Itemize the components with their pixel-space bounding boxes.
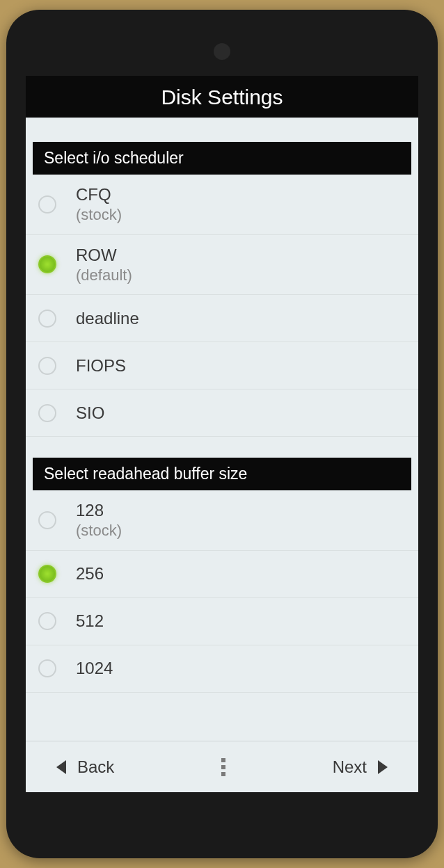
radio-icon [38,565,56,583]
option-readahead-256[interactable]: 256 [26,551,418,598]
option-label: deadline [76,308,139,329]
option-scheduler-cfq[interactable]: CFQ (stock) [26,175,418,235]
option-text: FIOPS [76,355,126,376]
option-text: CFQ (stock) [76,184,122,225]
radio-icon [38,255,56,273]
option-text: 512 [76,611,104,632]
back-label: Back [77,757,114,777]
option-scheduler-row[interactable]: ROW (default) [26,235,418,296]
screen: Disk Settings Select i/o scheduler CFQ (… [26,76,418,792]
footer-bar: Back Next [26,741,418,792]
content-scroll[interactable]: Select i/o scheduler CFQ (stock) ROW (de… [26,118,418,741]
option-scheduler-deadline[interactable]: deadline [26,295,418,342]
option-label: 512 [76,611,104,632]
option-readahead-512[interactable]: 512 [26,598,418,645]
radio-icon [38,357,56,375]
option-text: deadline [76,308,139,329]
radio-icon [38,659,56,677]
chevron-left-icon [56,760,66,774]
option-sub: (default) [76,266,132,285]
option-label: CFQ [76,184,122,205]
option-readahead-1024[interactable]: 1024 [26,645,418,693]
phone-frame: Disk Settings Select i/o scheduler CFQ (… [6,10,438,858]
page-title: Disk Settings [26,76,418,118]
option-sub: (stock) [76,521,122,540]
option-label: 128 [76,500,122,521]
chevron-right-icon [378,760,388,774]
option-scheduler-sio[interactable]: SIO [26,389,418,437]
option-text: ROW (default) [76,245,132,285]
option-text: 256 [76,563,104,584]
option-label: 1024 [76,658,113,679]
radio-icon [38,310,56,328]
next-label: Next [333,757,367,777]
next-button[interactable]: Next [333,757,388,777]
option-text: 128 (stock) [76,500,122,540]
radio-icon [38,511,56,529]
option-label: 256 [76,563,104,584]
option-text: 1024 [76,658,113,679]
radio-icon [38,195,56,214]
option-label: ROW [76,245,132,266]
back-button[interactable]: Back [56,757,114,777]
option-sub: (stock) [76,205,122,225]
option-scheduler-fiops[interactable]: FIOPS [26,342,418,389]
menu-dots-icon[interactable] [221,758,225,776]
radio-icon [38,612,56,630]
section-header-readahead: Select readahead buffer size [33,458,411,490]
option-readahead-128[interactable]: 128 (stock) [26,490,418,551]
radio-icon [38,404,56,422]
section-header-scheduler: Select i/o scheduler [33,142,411,175]
option-label: SIO [76,403,104,424]
option-text: SIO [76,403,104,424]
option-label: FIOPS [76,355,126,376]
